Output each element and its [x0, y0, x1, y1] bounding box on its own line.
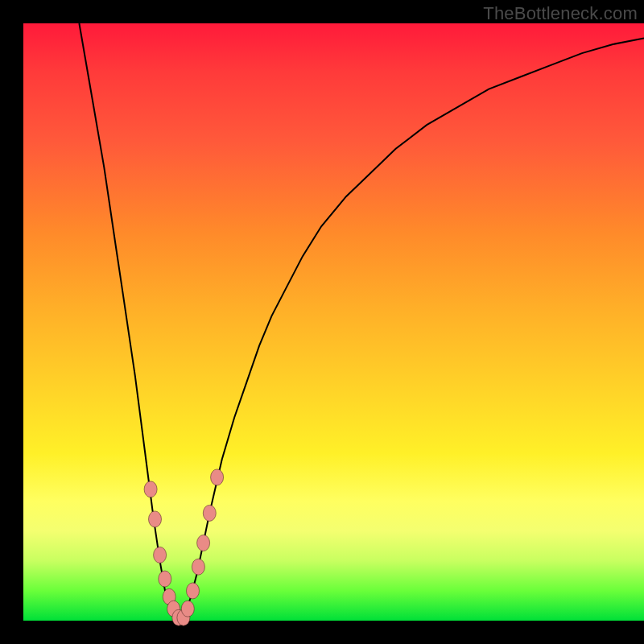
scatter-dot: [154, 547, 167, 563]
scatter-dot: [192, 559, 204, 575]
plot-area: [23, 23, 644, 621]
scatter-dot: [187, 583, 200, 599]
scatter-dot: [197, 535, 210, 551]
scatter-dot: [211, 469, 224, 485]
watermark-text: TheBottleneck.com: [483, 3, 638, 24]
scatter-dots: [144, 469, 224, 625]
curve-svg: [23, 23, 644, 621]
scatter-dot: [203, 505, 216, 521]
scatter-dot: [159, 571, 171, 587]
chart-frame: TheBottleneck.com: [0, 0, 644, 644]
scatter-dot: [181, 601, 194, 617]
scatter-dot: [144, 481, 157, 497]
bottleneck-curve: [79, 23, 644, 621]
scatter-dot: [149, 511, 162, 527]
